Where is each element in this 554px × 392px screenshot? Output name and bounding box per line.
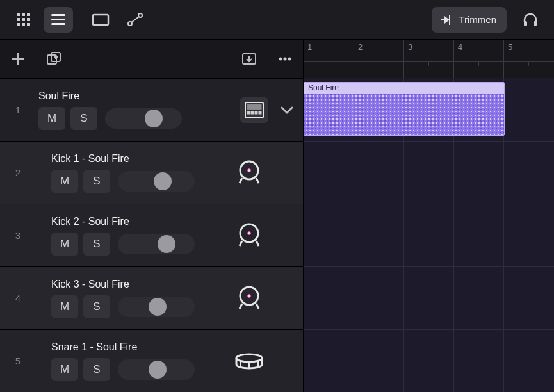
automation-view-button[interactable] [120, 7, 150, 33]
track-title: Kick 2 - Soul Fire [51, 216, 224, 227]
solo-button[interactable]: S [83, 233, 110, 256]
import-button[interactable] [231, 51, 267, 67]
solo-button[interactable]: S [70, 107, 97, 130]
drum-machine-icon[interactable] [240, 97, 268, 123]
mute-button[interactable]: M [51, 233, 78, 256]
solo-button[interactable]: S [83, 295, 110, 318]
solo-button[interactable]: S [83, 170, 110, 193]
track-row[interactable]: 4 Kick 3 - Soul Fire M S [0, 266, 303, 329]
region-content [304, 94, 504, 135]
track-number: 1 [0, 104, 36, 115]
expand-button[interactable] [271, 102, 303, 118]
mute-button[interactable]: M [51, 358, 78, 381]
track-number: 3 [0, 230, 36, 241]
arrange-area[interactable]: Soul Fire [304, 78, 554, 392]
midi-region[interactable]: Soul Fire [304, 82, 505, 136]
trim-label: Trimmen [459, 14, 496, 25]
kick-icon [227, 286, 271, 311]
solo-button[interactable]: S [83, 358, 110, 381]
track-row[interactable]: 1 Soul Fire M S [0, 78, 303, 141]
snare-icon [227, 352, 271, 371]
track-number: 5 [0, 355, 36, 366]
volume-slider[interactable] [118, 297, 195, 317]
timeline-ruler[interactable]: 1 2 3 4 5 [304, 40, 554, 78]
track-number: 2 [0, 167, 36, 178]
monitor-button[interactable] [516, 7, 545, 33]
kick-icon [227, 223, 271, 249]
grid-view-button[interactable] [9, 7, 38, 33]
add-track-button[interactable] [0, 51, 36, 67]
volume-slider[interactable] [118, 359, 195, 380]
volume-slider[interactable] [118, 171, 195, 192]
mute-button[interactable]: M [38, 107, 65, 130]
track-title: Kick 3 - Soul Fire [51, 279, 224, 290]
duplicate-track-button[interactable] [36, 51, 72, 67]
track-row[interactable]: 2 Kick 1 - Soul Fire M S [0, 141, 303, 204]
mute-button[interactable]: M [51, 295, 78, 318]
mute-button[interactable]: M [51, 170, 78, 193]
track-title: Kick 1 - Soul Fire [51, 153, 224, 165]
volume-slider[interactable] [105, 108, 182, 129]
region-label: Soul Fire [304, 83, 504, 94]
track-number: 4 [0, 293, 36, 304]
track-row[interactable]: 5 Snare 1 - Soul Fire M S [0, 329, 303, 392]
volume-slider[interactable] [118, 234, 195, 254]
main-toolbar: Trimmen [0, 0, 554, 40]
track-row[interactable]: 3 Kick 2 - Soul Fire M S [0, 204, 303, 266]
track-list: 1 Soul Fire M S 2 Kick 1 - Soul Fire [0, 78, 304, 392]
list-view-button[interactable] [44, 7, 73, 33]
region-view-button[interactable] [86, 7, 115, 33]
more-button[interactable] [267, 51, 303, 67]
track-title: Snare 1 - Soul Fire [51, 341, 224, 353]
subbar: 1 2 3 4 5 [0, 40, 554, 78]
track-title: Soul Fire [38, 90, 236, 102]
trim-button[interactable]: Trimmen [432, 7, 507, 33]
kick-icon [227, 160, 271, 186]
